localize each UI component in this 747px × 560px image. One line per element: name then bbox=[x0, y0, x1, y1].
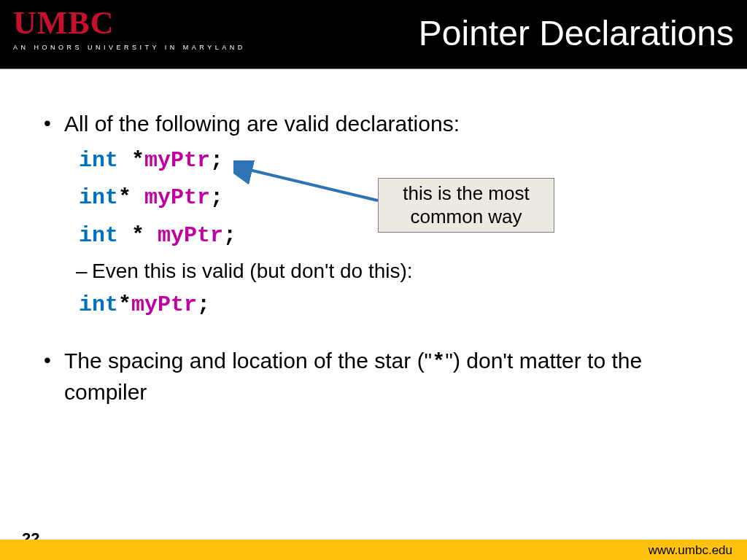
keyword-int: int bbox=[79, 185, 118, 210]
variable-myptr: myPtr bbox=[158, 223, 223, 248]
star-literal: * bbox=[432, 350, 445, 375]
logo-text: UMBC bbox=[13, 7, 246, 39]
bullet2-text-a: The spacing and location of the star (" bbox=[64, 349, 432, 373]
footer-url: www.umbc.edu bbox=[649, 543, 732, 558]
logo-tagline: AN HONORS UNIVERSITY IN MARYLAND bbox=[13, 44, 246, 51]
keyword-int: int bbox=[79, 223, 118, 248]
keyword-int: int bbox=[79, 292, 118, 317]
code-space bbox=[131, 185, 144, 210]
slide-title: Pointer Declarations bbox=[419, 13, 734, 53]
semicolon: ; bbox=[223, 223, 236, 248]
code-star-space: * bbox=[118, 148, 144, 173]
variable-myptr: myPtr bbox=[144, 185, 210, 210]
slide-header: UMBC AN HONORS UNIVERSITY IN MARYLAND Po… bbox=[0, 0, 747, 69]
semicolon: ; bbox=[210, 148, 223, 173]
code-example-1: int *myPtr; bbox=[79, 145, 696, 177]
bullet-spacing-note: The spacing and location of the star ("*… bbox=[64, 346, 696, 407]
slide-content: All of the following are valid declarati… bbox=[0, 69, 747, 407]
variable-myptr: myPtr bbox=[144, 148, 210, 173]
footer-bar: www.umbc.edu bbox=[0, 540, 747, 560]
logo-block: UMBC AN HONORS UNIVERSITY IN MARYLAND bbox=[13, 7, 246, 51]
code-star: * bbox=[118, 185, 131, 210]
code-star-spaced: * bbox=[118, 223, 158, 248]
code-example-4: int*myPtr; bbox=[79, 289, 696, 322]
semicolon: ; bbox=[197, 292, 210, 317]
sub-bullet-dont-do-this: Even this is valid (but don't do this): bbox=[92, 257, 696, 285]
callout-most-common: this is the most common way bbox=[378, 178, 554, 233]
bullet-valid-declarations: All of the following are valid declarati… bbox=[64, 109, 696, 139]
variable-myptr: myPtr bbox=[131, 292, 197, 317]
keyword-int: int bbox=[79, 148, 118, 173]
code-star: * bbox=[118, 292, 131, 317]
semicolon: ; bbox=[210, 185, 223, 210]
